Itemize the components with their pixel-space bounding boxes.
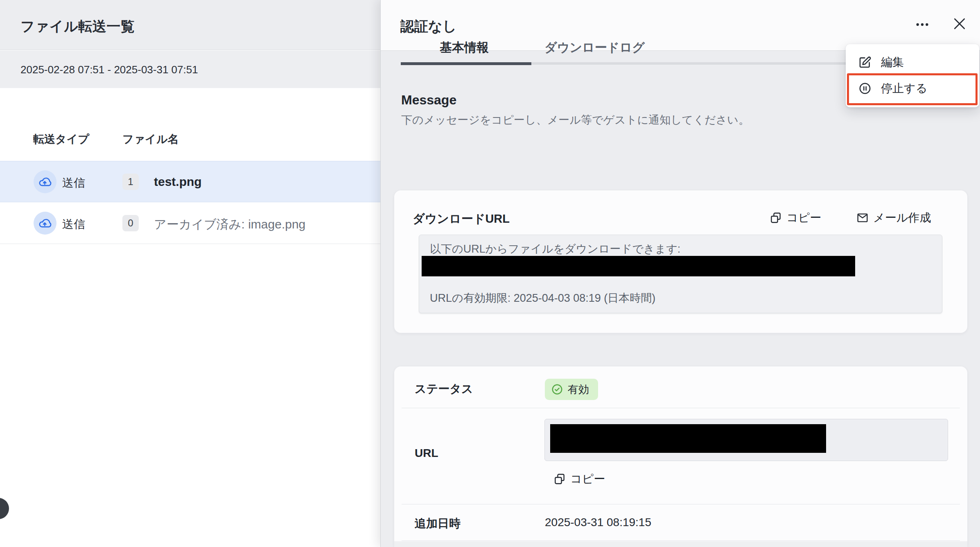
basic-info-card: ステータス 有効 URL — [394, 366, 967, 547]
help-fab-button[interactable] — [0, 498, 9, 519]
menu-item-label: 編集 — [881, 54, 904, 70]
url-label: URL — [415, 447, 438, 460]
message-description: 下のメッセージをコピーし、メール等でゲストに通知してください。 — [401, 113, 750, 127]
file-name: アーカイブ済み: image.png — [154, 216, 305, 233]
row-divider — [402, 540, 960, 541]
file-transfer-list-panel: ファイル転送一覧 2025-02-28 07:51 - 2025-03-31 0… — [0, 0, 380, 547]
transfer-type-label: 送信 — [62, 217, 85, 232]
page-title: ファイル転送一覧 — [20, 17, 135, 36]
cloud-upload-icon — [34, 212, 56, 235]
copy-message-button[interactable]: コピー — [769, 210, 821, 226]
message-heading: Message — [401, 93, 456, 108]
tab-basic-info[interactable]: 基本情報 — [440, 39, 489, 56]
more-options-button[interactable] — [911, 13, 934, 36]
cloud-upload-icon — [34, 170, 56, 193]
pause-circle-icon — [858, 81, 872, 95]
row-divider — [402, 504, 960, 504]
message-line: 以下のURLからファイルをダウンロードできます: — [430, 242, 680, 256]
context-menu: 編集 停止する — [846, 44, 979, 107]
edit-icon — [858, 55, 872, 69]
detail-title: 認証なし — [400, 17, 457, 36]
url-value-box — [544, 419, 948, 461]
create-mail-button[interactable]: メール作成 — [856, 210, 931, 226]
date-range-text: 2025-02-28 07:51 - 2025-03-31 07:51 — [20, 63, 198, 76]
date-range-bar: 2025-02-28 07:51 - 2025-03-31 07:51 — [0, 50, 380, 88]
status-badge: 有効 — [545, 379, 598, 400]
tab-active-underline — [401, 62, 531, 65]
next-row-sliver — [394, 541, 967, 547]
file-count-badge: 0 — [122, 215, 139, 231]
redacted-url-block — [422, 256, 855, 276]
app-screen: ファイル転送一覧 2025-02-28 07:51 - 2025-03-31 0… — [0, 0, 980, 547]
menu-item-label: 停止する — [881, 81, 927, 96]
mail-button-label: メール作成 — [873, 210, 931, 226]
file-name: test.png — [154, 175, 202, 189]
copy-button-label: コピー — [786, 210, 821, 226]
download-url-label: ダウンロードURL — [413, 211, 510, 227]
added-datetime-label: 追加日時 — [415, 516, 461, 531]
status-label: ステータス — [415, 381, 473, 397]
copy-url-button[interactable]: コピー — [553, 471, 605, 487]
copy-button-label: コピー — [570, 471, 605, 487]
tab-download-log[interactable]: ダウンロードログ — [544, 39, 645, 56]
redacted-url-block — [550, 424, 826, 453]
row-divider — [402, 408, 960, 408]
table-row[interactable]: 送信 1 test.png — [0, 161, 380, 202]
copy-icon — [769, 211, 782, 224]
transfer-type-label: 送信 — [62, 175, 85, 191]
mail-icon — [856, 211, 869, 224]
menu-item-stop[interactable]: 停止する — [846, 75, 979, 102]
left-panel-titlebar: ファイル転送一覧 — [0, 0, 380, 50]
message-text-box: 以下のURLからファイルをダウンロードできます: URLの有効期限: 2025-… — [419, 235, 942, 313]
close-icon[interactable] — [948, 12, 971, 35]
added-datetime-value: 2025-03-31 08:19:15 — [545, 516, 651, 529]
table-row[interactable]: 送信 0 アーカイブ済み: image.png — [0, 203, 380, 244]
menu-item-edit[interactable]: 編集 — [846, 49, 979, 75]
column-header-filename: ファイル名 — [122, 132, 179, 147]
copy-icon — [553, 472, 566, 486]
url-expiry-text: URLの有効期限: 2025-04-03 08:19 (日本時間) — [430, 291, 655, 305]
status-badge-label: 有効 — [568, 382, 589, 397]
column-header-transfer-type: 転送タイプ — [33, 132, 89, 147]
file-count-badge: 1 — [122, 174, 139, 190]
check-circle-icon — [551, 383, 564, 396]
download-url-card: ダウンロードURL コピー メール作成 — [394, 190, 967, 333]
